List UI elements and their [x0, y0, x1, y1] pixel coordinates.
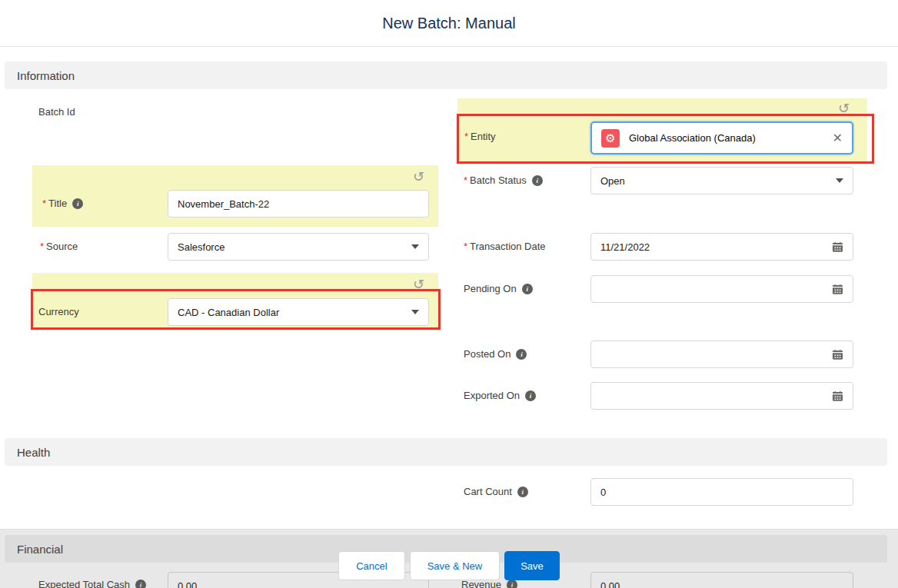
required-asterisk: *	[42, 198, 46, 209]
new-batch-modal: New Batch: Manual Information Health ↺ ↺…	[0, 0, 898, 588]
calendar-icon[interactable]	[832, 349, 843, 360]
info-icon[interactable]: i	[532, 175, 543, 186]
entity-label: * Entity	[464, 131, 496, 142]
source-value: Salesforce	[178, 241, 224, 253]
calendar-icon[interactable]	[832, 284, 843, 295]
calendar-icon[interactable]	[832, 241, 843, 253]
clear-icon[interactable]: ✕	[833, 132, 843, 145]
modal-header: New Batch: Manual	[0, 0, 898, 47]
batch-status-value: Open	[600, 175, 625, 187]
posted-on-label: Posted On i	[464, 348, 527, 360]
source-select[interactable]: Salesforce	[168, 233, 429, 261]
required-asterisk: *	[464, 174, 467, 186]
info-icon[interactable]: i	[517, 487, 528, 497]
undo-icon[interactable]: ↺	[413, 170, 424, 184]
currency-value: CAD - Canadian Dollar	[178, 307, 279, 318]
required-asterisk: *	[464, 131, 468, 142]
modal-footer: Cancel Save & New Save	[0, 551, 898, 580]
transaction-date-input[interactable]	[600, 241, 832, 253]
title-input[interactable]	[178, 198, 419, 210]
posted-on-field	[590, 341, 853, 368]
section-header-health: Health	[5, 438, 887, 466]
transaction-date-field	[590, 233, 853, 261]
info-icon[interactable]: i	[522, 284, 533, 294]
info-icon[interactable]: i	[516, 349, 527, 360]
calendar-icon[interactable]	[832, 390, 843, 402]
pending-on-field	[590, 275, 853, 303]
section-header-information: Information	[5, 61, 887, 89]
batch-status-select[interactable]: Open	[590, 167, 853, 194]
entity-lookup-field[interactable]: ⚙ Global Association (Canada) ✕	[590, 121, 853, 154]
undo-icon[interactable]: ↺	[838, 101, 850, 115]
page-title: New Batch: Manual	[382, 15, 515, 32]
chevron-down-icon	[836, 178, 843, 183]
required-asterisk: *	[464, 241, 467, 252]
chevron-down-icon	[411, 310, 419, 314]
pending-on-label: Pending On i	[464, 283, 533, 294]
title-label: * Title i	[42, 198, 83, 209]
exported-on-field	[590, 382, 853, 410]
required-asterisk: *	[40, 241, 44, 252]
title-field	[168, 190, 429, 218]
exported-on-label: Exported On i	[464, 390, 536, 401]
save-and-new-button[interactable]: Save & New	[410, 551, 501, 580]
posted-on-input[interactable]	[600, 349, 832, 360]
batch-id-label: Batch Id	[38, 106, 75, 118]
undo-icon[interactable]: ↺	[413, 277, 424, 291]
batch-status-label: * Batch Status i	[464, 174, 543, 186]
transaction-date-label: * Transaction Date	[464, 241, 546, 252]
entity-object-icon: ⚙	[601, 129, 620, 148]
currency-select[interactable]: CAD - Canadian Dollar	[168, 298, 429, 326]
save-button[interactable]: Save	[504, 551, 560, 580]
currency-label: Currency	[38, 306, 79, 317]
pending-on-input[interactable]	[600, 284, 832, 295]
info-icon[interactable]: i	[525, 390, 536, 401]
info-icon[interactable]: i	[72, 198, 83, 209]
source-label: * Source	[40, 241, 78, 252]
exported-on-input[interactable]	[600, 390, 832, 402]
cart-count-label: Cart Count i	[464, 486, 528, 497]
cart-count-field	[590, 478, 853, 506]
entity-value: Global Association (Canada)	[629, 132, 756, 144]
cart-count-input[interactable]	[600, 487, 843, 498]
section-label-health: Health	[17, 446, 50, 459]
cancel-button[interactable]: Cancel	[338, 551, 404, 580]
chevron-down-icon	[411, 244, 419, 249]
section-label-information: Information	[17, 69, 75, 82]
